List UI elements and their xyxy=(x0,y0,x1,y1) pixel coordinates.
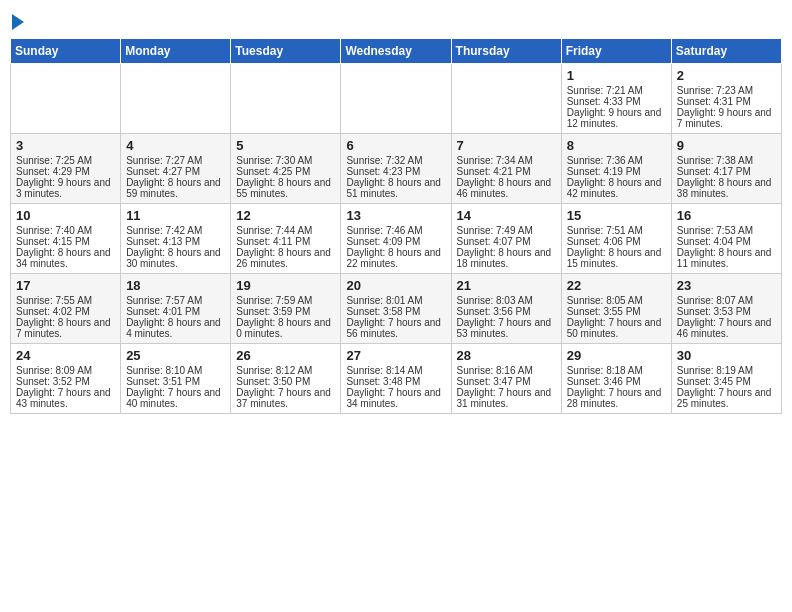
day-number: 1 xyxy=(567,68,666,83)
day-info: Daylight: 7 hours and 28 minutes. xyxy=(567,387,666,409)
day-info: Sunset: 3:45 PM xyxy=(677,376,776,387)
calendar-cell: 29Sunrise: 8:18 AMSunset: 3:46 PMDayligh… xyxy=(561,344,671,414)
day-info: Sunset: 4:07 PM xyxy=(457,236,556,247)
day-number: 17 xyxy=(16,278,115,293)
day-info: Sunrise: 8:18 AM xyxy=(567,365,666,376)
day-info: Sunset: 4:23 PM xyxy=(346,166,445,177)
day-info: Daylight: 8 hours and 34 minutes. xyxy=(16,247,115,269)
day-number: 11 xyxy=(126,208,225,223)
day-info: Daylight: 8 hours and 46 minutes. xyxy=(457,177,556,199)
day-info: Sunrise: 7:27 AM xyxy=(126,155,225,166)
day-info: Sunset: 3:52 PM xyxy=(16,376,115,387)
day-number: 30 xyxy=(677,348,776,363)
day-info: Sunrise: 8:09 AM xyxy=(16,365,115,376)
day-info: Daylight: 7 hours and 43 minutes. xyxy=(16,387,115,409)
calendar-cell: 25Sunrise: 8:10 AMSunset: 3:51 PMDayligh… xyxy=(121,344,231,414)
calendar-cell: 14Sunrise: 7:49 AMSunset: 4:07 PMDayligh… xyxy=(451,204,561,274)
day-number: 24 xyxy=(16,348,115,363)
day-info: Sunset: 4:15 PM xyxy=(16,236,115,247)
day-info: Daylight: 8 hours and 4 minutes. xyxy=(126,317,225,339)
day-info: Sunset: 4:11 PM xyxy=(236,236,335,247)
day-info: Sunrise: 7:38 AM xyxy=(677,155,776,166)
day-number: 20 xyxy=(346,278,445,293)
calendar-cell xyxy=(231,64,341,134)
calendar-cell: 12Sunrise: 7:44 AMSunset: 4:11 PMDayligh… xyxy=(231,204,341,274)
day-info: Daylight: 8 hours and 30 minutes. xyxy=(126,247,225,269)
day-number: 21 xyxy=(457,278,556,293)
day-info: Daylight: 7 hours and 53 minutes. xyxy=(457,317,556,339)
day-info: Daylight: 8 hours and 59 minutes. xyxy=(126,177,225,199)
day-info: Sunrise: 7:55 AM xyxy=(16,295,115,306)
day-info: Sunrise: 7:36 AM xyxy=(567,155,666,166)
day-header-sunday: Sunday xyxy=(11,39,121,64)
calendar-cell: 9Sunrise: 7:38 AMSunset: 4:17 PMDaylight… xyxy=(671,134,781,204)
calendar-cell: 20Sunrise: 8:01 AMSunset: 3:58 PMDayligh… xyxy=(341,274,451,344)
day-info: Daylight: 7 hours and 50 minutes. xyxy=(567,317,666,339)
day-number: 15 xyxy=(567,208,666,223)
day-info: Sunrise: 7:30 AM xyxy=(236,155,335,166)
day-info: Daylight: 8 hours and 22 minutes. xyxy=(346,247,445,269)
day-info: Daylight: 8 hours and 15 minutes. xyxy=(567,247,666,269)
day-info: Sunrise: 8:10 AM xyxy=(126,365,225,376)
day-info: Sunset: 3:48 PM xyxy=(346,376,445,387)
day-info: Daylight: 8 hours and 51 minutes. xyxy=(346,177,445,199)
day-info: Sunrise: 7:44 AM xyxy=(236,225,335,236)
day-info: Sunset: 4:01 PM xyxy=(126,306,225,317)
day-info: Sunset: 4:27 PM xyxy=(126,166,225,177)
day-info: Sunrise: 8:05 AM xyxy=(567,295,666,306)
calendar-cell: 13Sunrise: 7:46 AMSunset: 4:09 PMDayligh… xyxy=(341,204,451,274)
calendar-week-2: 10Sunrise: 7:40 AMSunset: 4:15 PMDayligh… xyxy=(11,204,782,274)
day-info: Daylight: 9 hours and 3 minutes. xyxy=(16,177,115,199)
calendar-cell: 5Sunrise: 7:30 AMSunset: 4:25 PMDaylight… xyxy=(231,134,341,204)
day-info: Sunrise: 7:46 AM xyxy=(346,225,445,236)
calendar-cell xyxy=(121,64,231,134)
day-info: Sunset: 4:09 PM xyxy=(346,236,445,247)
calendar-cell: 23Sunrise: 8:07 AMSunset: 3:53 PMDayligh… xyxy=(671,274,781,344)
day-number: 9 xyxy=(677,138,776,153)
calendar-week-4: 24Sunrise: 8:09 AMSunset: 3:52 PMDayligh… xyxy=(11,344,782,414)
calendar-cell: 8Sunrise: 7:36 AMSunset: 4:19 PMDaylight… xyxy=(561,134,671,204)
day-number: 28 xyxy=(457,348,556,363)
day-info: Sunrise: 8:19 AM xyxy=(677,365,776,376)
calendar-cell: 18Sunrise: 7:57 AMSunset: 4:01 PMDayligh… xyxy=(121,274,231,344)
day-info: Sunrise: 7:23 AM xyxy=(677,85,776,96)
day-info: Sunrise: 7:42 AM xyxy=(126,225,225,236)
day-header-tuesday: Tuesday xyxy=(231,39,341,64)
calendar-cell: 19Sunrise: 7:59 AMSunset: 3:59 PMDayligh… xyxy=(231,274,341,344)
day-info: Sunset: 3:55 PM xyxy=(567,306,666,317)
calendar-cell: 10Sunrise: 7:40 AMSunset: 4:15 PMDayligh… xyxy=(11,204,121,274)
day-info: Daylight: 8 hours and 38 minutes. xyxy=(677,177,776,199)
day-number: 3 xyxy=(16,138,115,153)
calendar-cell: 30Sunrise: 8:19 AMSunset: 3:45 PMDayligh… xyxy=(671,344,781,414)
calendar-cell: 11Sunrise: 7:42 AMSunset: 4:13 PMDayligh… xyxy=(121,204,231,274)
day-info: Daylight: 8 hours and 26 minutes. xyxy=(236,247,335,269)
day-info: Sunset: 4:13 PM xyxy=(126,236,225,247)
calendar-week-0: 1Sunrise: 7:21 AMSunset: 4:33 PMDaylight… xyxy=(11,64,782,134)
day-number: 19 xyxy=(236,278,335,293)
day-number: 14 xyxy=(457,208,556,223)
day-info: Sunset: 4:31 PM xyxy=(677,96,776,107)
calendar-week-3: 17Sunrise: 7:55 AMSunset: 4:02 PMDayligh… xyxy=(11,274,782,344)
day-info: Sunset: 4:19 PM xyxy=(567,166,666,177)
calendar-cell: 4Sunrise: 7:27 AMSunset: 4:27 PMDaylight… xyxy=(121,134,231,204)
day-number: 5 xyxy=(236,138,335,153)
day-number: 29 xyxy=(567,348,666,363)
day-number: 2 xyxy=(677,68,776,83)
day-info: Sunset: 4:02 PM xyxy=(16,306,115,317)
day-info: Sunrise: 7:59 AM xyxy=(236,295,335,306)
calendar-cell: 1Sunrise: 7:21 AMSunset: 4:33 PMDaylight… xyxy=(561,64,671,134)
day-number: 27 xyxy=(346,348,445,363)
day-info: Sunset: 4:17 PM xyxy=(677,166,776,177)
day-info: Sunset: 4:25 PM xyxy=(236,166,335,177)
day-info: Daylight: 8 hours and 7 minutes. xyxy=(16,317,115,339)
calendar-cell: 28Sunrise: 8:16 AMSunset: 3:47 PMDayligh… xyxy=(451,344,561,414)
calendar-cell: 6Sunrise: 7:32 AMSunset: 4:23 PMDaylight… xyxy=(341,134,451,204)
day-info: Sunrise: 7:21 AM xyxy=(567,85,666,96)
calendar-cell xyxy=(451,64,561,134)
calendar-cell: 27Sunrise: 8:14 AMSunset: 3:48 PMDayligh… xyxy=(341,344,451,414)
day-number: 7 xyxy=(457,138,556,153)
calendar-cell: 15Sunrise: 7:51 AMSunset: 4:06 PMDayligh… xyxy=(561,204,671,274)
day-info: Daylight: 8 hours and 42 minutes. xyxy=(567,177,666,199)
day-info: Sunrise: 8:14 AM xyxy=(346,365,445,376)
day-info: Daylight: 7 hours and 37 minutes. xyxy=(236,387,335,409)
